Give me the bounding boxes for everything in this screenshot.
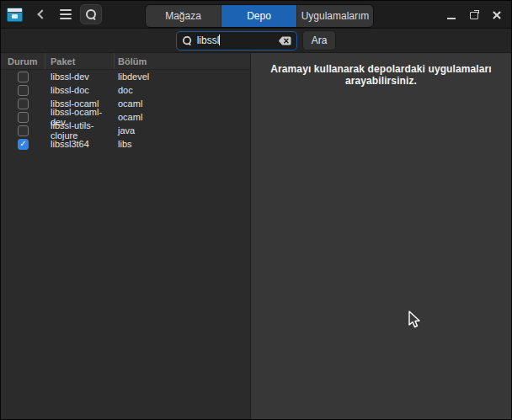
search-button[interactable]: Ara [302, 30, 337, 51]
table-row[interactable]: libssl-utils-clojure java [1, 124, 250, 137]
minimize-button[interactable] [444, 8, 459, 23]
package-checkbox[interactable] [18, 125, 29, 136]
detail-panel: Aramayı kullanarak depolardaki uygulamal… [251, 53, 511, 419]
title-bar: Mağaza Depo Uygulamalarım [1, 1, 511, 29]
hamburger-icon [60, 9, 72, 19]
package-checkbox[interactable] [18, 139, 29, 150]
package-section: ocaml [115, 98, 250, 109]
search-icon [183, 35, 192, 45]
mouse-cursor [408, 311, 420, 329]
close-button[interactable] [489, 8, 504, 23]
text-caret [219, 35, 220, 45]
table-row[interactable]: libssl-doc doc [1, 83, 250, 97]
package-checkbox[interactable] [18, 112, 29, 123]
menu-button[interactable] [55, 4, 77, 24]
package-section: java [115, 125, 250, 136]
package-name: libssl-dev [45, 72, 115, 82]
back-button[interactable] [29, 4, 51, 24]
table-row[interactable]: libssl-ocaml ocaml [1, 97, 250, 110]
tab-magaza[interactable]: Mağaza [146, 5, 221, 27]
package-checkbox[interactable] [18, 85, 29, 96]
app-logo-icon [7, 8, 23, 22]
minimize-icon [447, 18, 456, 19]
search-toggle-button[interactable] [80, 4, 102, 24]
package-section: libdevel [115, 72, 250, 82]
tab-uygulamalarim[interactable]: Uygulamalarım [297, 5, 373, 27]
column-header-durum[interactable]: Durum [1, 53, 45, 69]
content-area: Durum Paket Bölüm libssl-dev libdevel li… [1, 53, 511, 419]
package-section: ocaml [115, 112, 250, 122]
column-header-bolum[interactable]: Bölüm [115, 53, 250, 69]
search-input[interactable]: libssl [176, 31, 297, 51]
restore-icon [470, 10, 479, 19]
table-row[interactable]: libssl-ocaml-dev ocaml [1, 110, 250, 124]
package-checkbox[interactable] [18, 98, 29, 109]
package-name: libssl3t64 [45, 139, 115, 149]
search-hint-text: Aramayı kullanarak depolardaki uygulamal… [251, 63, 511, 87]
restore-button[interactable] [467, 8, 482, 23]
search-icon [86, 9, 97, 20]
table-row[interactable]: libssl-dev libdevel [1, 70, 250, 83]
package-list-panel: Durum Paket Bölüm libssl-dev libdevel li… [1, 53, 251, 419]
package-section: doc [115, 85, 250, 95]
package-name: libssl-doc [45, 85, 115, 95]
package-section: libs [115, 139, 250, 149]
clear-input-icon[interactable] [279, 36, 291, 45]
table-header: Durum Paket Bölüm [1, 53, 250, 70]
search-input-value: libssl [197, 35, 275, 46]
search-bar-row: libssl Ara [1, 29, 511, 53]
app-window: Mağaza Depo Uygulamalarım libssl [0, 0, 512, 420]
column-header-paket[interactable]: Paket [45, 53, 115, 69]
close-icon [492, 10, 502, 20]
view-switcher: Mağaza Depo Uygulamalarım [145, 4, 374, 28]
chevron-left-icon [37, 9, 46, 19]
package-checkbox[interactable] [18, 72, 29, 82]
table-row[interactable]: libssl3t64 libs [1, 137, 250, 151]
tab-depo[interactable]: Depo [221, 5, 297, 27]
window-controls [444, 1, 504, 29]
titlebar-left-controls [1, 4, 102, 24]
